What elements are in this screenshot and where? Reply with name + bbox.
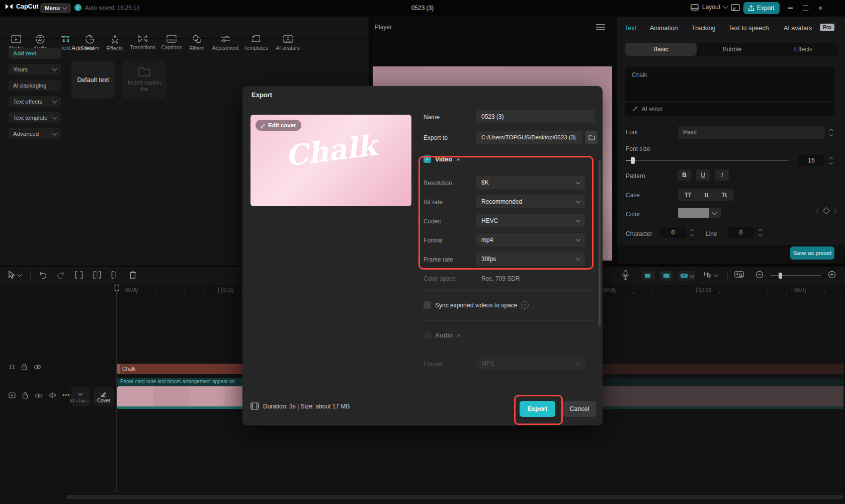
- text-input-area[interactable]: Chalk: [625, 67, 835, 101]
- preview-axis-icon[interactable]: [734, 271, 744, 279]
- export-path-input[interactable]: C:/Users/TOPGUS/Desktop/0523 (3)...: [476, 131, 582, 144]
- split-left-button[interactable]: [74, 271, 83, 279]
- browse-folder-button[interactable]: [585, 131, 598, 144]
- color-picker[interactable]: [678, 208, 721, 218]
- chevron-down-icon: [17, 272, 22, 277]
- character-value[interactable]: 0: [659, 227, 687, 238]
- zoom-out-icon[interactable]: [755, 271, 764, 279]
- tab-text-panel[interactable]: Text: [625, 25, 636, 32]
- font-size-value[interactable]: 15: [798, 155, 824, 166]
- eye-icon[interactable]: [34, 364, 42, 370]
- sync-row: Sync exported videos to space ?: [424, 301, 529, 309]
- playhead[interactable]: [114, 285, 120, 492]
- lock-icon[interactable]: [21, 363, 27, 370]
- character-stepper[interactable]: [689, 227, 696, 238]
- line-stepper[interactable]: [756, 227, 764, 238]
- more-options-icon[interactable]: •••: [62, 392, 70, 399]
- sync-checkbox[interactable]: [424, 301, 431, 309]
- magnetic-snap-icon[interactable]: [642, 271, 655, 281]
- font-stepper[interactable]: [827, 126, 835, 139]
- fullscreen-icon[interactable]: [604, 251, 610, 258]
- auto-snap-icon[interactable]: [660, 271, 673, 281]
- minimize-button[interactable]: [783, 3, 798, 14]
- ruler-label: 00:07: [792, 287, 807, 293]
- delete-button[interactable]: [129, 271, 137, 279]
- bold-button[interactable]: B: [678, 170, 691, 181]
- zoom-in-icon[interactable]: [828, 271, 836, 279]
- sidebar-item-yours[interactable]: Yours: [9, 64, 61, 75]
- subtab-effects[interactable]: Effects: [768, 43, 839, 56]
- export-button-top[interactable]: Export: [743, 2, 780, 14]
- default-text-card[interactable]: Default text: [71, 61, 115, 99]
- character-label: Character: [626, 230, 652, 237]
- cancel-button[interactable]: Cancel: [563, 401, 596, 417]
- tab-text-to-speech[interactable]: Text to speech: [728, 25, 769, 32]
- sidebar-item-add-text[interactable]: Add text: [9, 48, 61, 59]
- record-voiceover-icon[interactable]: [622, 270, 629, 280]
- font-size-slider[interactable]: [626, 160, 789, 161]
- undo-button[interactable]: [38, 271, 47, 279]
- italic-button[interactable]: I: [715, 170, 729, 181]
- tab-tracking[interactable]: Tracking: [692, 25, 715, 32]
- audio-checkbox[interactable]: [424, 331, 431, 339]
- dialog-scrollbar[interactable]: [599, 160, 601, 326]
- edit-cover-button[interactable]: Edit cover: [256, 120, 301, 131]
- audio-format-select: MP3: [476, 357, 585, 370]
- player-menu-icon[interactable]: [596, 24, 605, 30]
- sidebar-item-advanced[interactable]: Advanced: [9, 128, 61, 139]
- close-button[interactable]: ×: [813, 3, 828, 14]
- maximize-button[interactable]: [798, 3, 813, 14]
- collapse-icon: [457, 334, 461, 337]
- font-size-stepper[interactable]: [827, 155, 835, 166]
- autosave-status: ✓ Auto saved: 16:25:13: [74, 4, 140, 11]
- slider-handle[interactable]: [779, 273, 782, 279]
- selection-mode-icon[interactable]: [703, 271, 718, 280]
- speaker-icon[interactable]: [49, 392, 56, 398]
- save-as-preset-button[interactable]: Save as preset: [790, 246, 834, 260]
- keyframe-diamond-icon[interactable]: [823, 207, 830, 214]
- ai-writer-button[interactable]: AI writer: [625, 101, 835, 116]
- lock-icon[interactable]: [22, 392, 28, 399]
- eye-icon[interactable]: [35, 393, 43, 398]
- case-upper-button[interactable]: TT: [685, 192, 691, 198]
- case-title-button[interactable]: Tt: [721, 192, 726, 198]
- sidebar-item-text-template[interactable]: Text template: [9, 112, 61, 123]
- case-lower-button[interactable]: tt: [705, 192, 708, 198]
- split-right-button[interactable]: [111, 271, 120, 279]
- captions-icon: [166, 35, 177, 43]
- subtab-basic[interactable]: Basic: [625, 43, 697, 56]
- ai-clip-button[interactable]: ✂ AI clip...: [71, 387, 90, 406]
- timeline-scrollbar[interactable]: [66, 495, 843, 499]
- menu-button[interactable]: Menu: [40, 3, 71, 13]
- tab-animation[interactable]: Animation: [650, 25, 678, 32]
- underline-button[interactable]: U: [696, 170, 710, 181]
- timeline-zoom-slider[interactable]: [771, 275, 821, 276]
- line-value[interactable]: 0: [727, 227, 754, 238]
- link-clips-icon[interactable]: [678, 271, 695, 281]
- font-select[interactable]: Paint: [678, 126, 825, 139]
- import-caption-card[interactable]: Import caption file: [123, 61, 166, 99]
- prev-keyframe-icon[interactable]: [816, 208, 821, 213]
- color-swatch[interactable]: [678, 208, 709, 218]
- sidebar-item-text-effects[interactable]: Text effects: [9, 96, 61, 107]
- audio-icon: [36, 35, 45, 44]
- sidebar-item-ai-packaging[interactable]: AI packaging: [9, 80, 61, 91]
- color-space-label: Color space: [424, 275, 456, 282]
- next-keyframe-icon[interactable]: [832, 208, 837, 213]
- pencil-icon: [101, 391, 107, 397]
- redo-button[interactable]: [56, 271, 65, 279]
- notes-panel-icon[interactable]: [731, 4, 740, 11]
- layout-toggle[interactable]: Layout: [691, 4, 727, 11]
- split-button[interactable]: [93, 271, 102, 279]
- cover-button[interactable]: Cover: [94, 387, 114, 406]
- slider-handle[interactable]: [631, 157, 635, 164]
- subtab-bubble[interactable]: Bubble: [697, 43, 768, 56]
- select-tool[interactable]: [7, 270, 21, 280]
- name-input[interactable]: 0523 (3): [476, 110, 595, 123]
- help-icon[interactable]: ?: [521, 301, 529, 309]
- tab-ai-avatars[interactable]: AI avatars: [267, 35, 309, 51]
- tab-ai-avatars-panel[interactable]: AI avatars: [784, 25, 812, 32]
- pencil-icon: [261, 123, 266, 128]
- highlight-export-button: [514, 395, 563, 425]
- capcut-logo-icon: [5, 4, 13, 10]
